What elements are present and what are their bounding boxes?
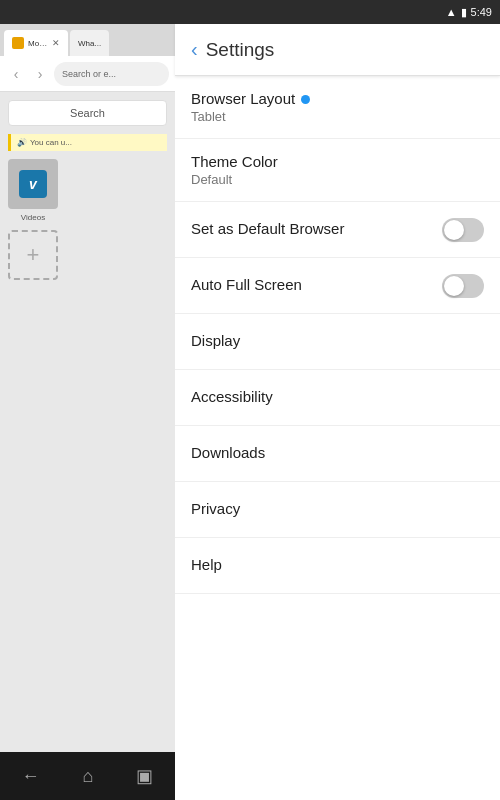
browser-content: Search 🔊 You can u... v Videos +	[0, 92, 175, 752]
search-box[interactable]: Search	[8, 100, 167, 126]
settings-item-left-accessibility: Accessibility	[191, 388, 484, 407]
time-display: 5:49	[471, 6, 492, 18]
settings-item-left-set-default-browser: Set as Default Browser	[191, 220, 442, 239]
tab-active[interactable]: Monster D... ✕	[4, 30, 68, 56]
tab-favicon-1	[12, 37, 24, 49]
settings-item-left-display: Display	[191, 332, 484, 351]
vimeo-icon: v	[19, 170, 47, 198]
settings-title-row-help: Help	[191, 556, 484, 575]
toggle-knob-auto-full-screen	[444, 276, 464, 296]
browser-chrome: Monster D... ✕ Wha... ‹ › Search or e...	[0, 24, 175, 92]
settings-item-title-privacy: Privacy	[191, 500, 240, 517]
settings-item-title-auto-full-screen: Auto Full Screen	[191, 276, 302, 293]
settings-title-row-display: Display	[191, 332, 484, 351]
back-btn[interactable]: ‹	[6, 66, 26, 82]
settings-item-left-downloads: Downloads	[191, 444, 484, 463]
settings-item-help[interactable]: Help	[175, 538, 500, 594]
battery-icon: ▮	[461, 6, 467, 19]
settings-title-row-theme-color: Theme Color	[191, 153, 484, 172]
notice-text: You can u...	[30, 138, 72, 147]
toggle-knob-set-default-browser	[444, 220, 464, 240]
settings-title-row-privacy: Privacy	[191, 500, 484, 519]
settings-title-row-auto-full-screen: Auto Full Screen	[191, 276, 442, 295]
settings-title-row-set-default-browser: Set as Default Browser	[191, 220, 442, 239]
settings-item-title-set-default-browser: Set as Default Browser	[191, 220, 344, 237]
settings-item-title-display: Display	[191, 332, 240, 349]
settings-item-accessibility[interactable]: Accessibility	[175, 370, 500, 426]
settings-item-display[interactable]: Display	[175, 314, 500, 370]
settings-item-title-downloads: Downloads	[191, 444, 265, 461]
tab-close-1[interactable]: ✕	[52, 38, 60, 48]
settings-back-button[interactable]: ‹	[191, 38, 198, 61]
url-bar[interactable]: Search or e...	[54, 62, 169, 86]
notice-bar: 🔊 You can u...	[8, 134, 167, 151]
notice-icon: 🔊	[17, 138, 27, 147]
back-nav-btn[interactable]: ←	[22, 766, 40, 787]
settings-item-left-help: Help	[191, 556, 484, 575]
wifi-icon: ▲	[446, 6, 457, 18]
settings-panel: ‹ Settings Browser LayoutTabletTheme Col…	[175, 24, 500, 800]
video-thumbnail: v	[8, 159, 58, 209]
toggle-auto-full-screen[interactable]	[442, 274, 484, 298]
settings-header: ‹ Settings	[175, 24, 500, 76]
settings-title-row-browser-layout: Browser Layout	[191, 90, 484, 109]
url-text: Search or e...	[62, 69, 116, 79]
home-nav-btn[interactable]: ⌂	[83, 766, 94, 787]
settings-item-title-help: Help	[191, 556, 222, 573]
recent-nav-btn[interactable]: ▣	[136, 765, 153, 787]
settings-item-left-browser-layout: Browser LayoutTablet	[191, 90, 484, 124]
settings-item-set-default-browser[interactable]: Set as Default Browser	[175, 202, 500, 258]
tab-label-2: Wha...	[78, 39, 101, 48]
settings-title: Settings	[206, 39, 275, 61]
blue-dot-browser-layout	[301, 95, 310, 104]
settings-item-subtitle-theme-color: Default	[191, 172, 484, 187]
nav-bar: ‹ › Search or e...	[0, 56, 175, 92]
toggle-set-default-browser[interactable]	[442, 218, 484, 242]
settings-title-row-accessibility: Accessibility	[191, 388, 484, 407]
tab-label-1: Monster D...	[28, 39, 49, 48]
tabs-bar: Monster D... ✕ Wha...	[0, 24, 175, 56]
settings-item-title-accessibility: Accessibility	[191, 388, 273, 405]
search-label: Search	[70, 107, 105, 119]
settings-item-auto-full-screen[interactable]: Auto Full Screen	[175, 258, 500, 314]
settings-item-title-browser-layout: Browser Layout	[191, 90, 295, 107]
settings-item-left-theme-color: Theme ColorDefault	[191, 153, 484, 187]
video-label: Videos	[8, 213, 58, 222]
settings-item-downloads[interactable]: Downloads	[175, 426, 500, 482]
tab-inactive[interactable]: Wha...	[70, 30, 109, 56]
settings-item-subtitle-browser-layout: Tablet	[191, 109, 484, 124]
settings-item-privacy[interactable]: Privacy	[175, 482, 500, 538]
forward-btn[interactable]: ›	[30, 66, 50, 82]
settings-item-left-privacy: Privacy	[191, 500, 484, 519]
settings-item-title-theme-color: Theme Color	[191, 153, 278, 170]
settings-item-left-auto-full-screen: Auto Full Screen	[191, 276, 442, 295]
status-bar: ▲ ▮ 5:49	[0, 0, 500, 24]
settings-list: Browser LayoutTabletTheme ColorDefaultSe…	[175, 76, 500, 800]
settings-title-row-downloads: Downloads	[191, 444, 484, 463]
settings-item-theme-color[interactable]: Theme ColorDefault	[175, 139, 500, 202]
settings-item-browser-layout[interactable]: Browser LayoutTablet	[175, 76, 500, 139]
add-button[interactable]: +	[8, 230, 58, 280]
bottom-nav: ← ⌂ ▣	[0, 752, 175, 800]
status-icons: ▲ ▮ 5:49	[446, 6, 492, 19]
